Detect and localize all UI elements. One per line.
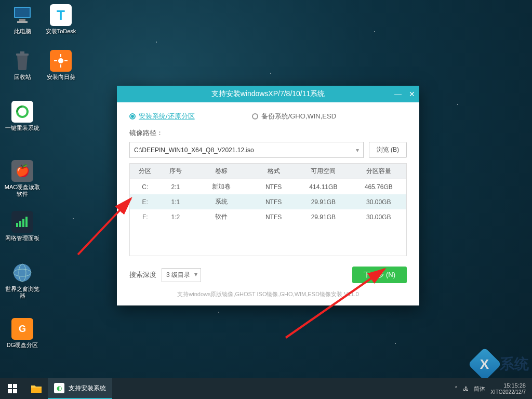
- svg-rect-7: [60, 54, 61, 57]
- todesk-icon: T: [50, 4, 72, 26]
- svg-rect-22: [8, 389, 12, 393]
- watermark-text: 系统: [500, 354, 529, 374]
- task-label: 支持安装系统: [69, 384, 106, 393]
- svg-rect-12: [19, 221, 21, 227]
- svg-rect-14: [25, 217, 28, 227]
- radio-dot-icon: [252, 113, 258, 119]
- radio-label: 安装系统/还原分区: [139, 112, 195, 121]
- desktop-icon-dg-partition[interactable]: G DG硬盘分区: [4, 318, 41, 349]
- desktop-icon-mac-disk[interactable]: 🍎 MAC硬盘读取软件: [4, 160, 41, 197]
- folder-icon: [31, 384, 42, 393]
- desktop-icon-label: 一键重装系统: [4, 125, 41, 131]
- chevron-down-icon[interactable]: ▾: [356, 147, 359, 154]
- dialog-footer-text: 支持windows原版镜像,GHOST ISO镜像,GHO,WIM,ESD镜像安…: [129, 290, 407, 298]
- sunflower-icon: [50, 50, 72, 72]
- svg-rect-13: [22, 219, 24, 227]
- svg-rect-9: [54, 60, 57, 61]
- start-button[interactable]: [0, 378, 25, 399]
- svg-rect-4: [16, 54, 29, 56]
- tray-chevron-up-icon[interactable]: ˄: [455, 385, 458, 392]
- desktop-icon-label: 回收站: [4, 74, 41, 81]
- svg-point-15: [14, 264, 31, 282]
- desktop-icon-todesk[interactable]: T 安装ToDesk: [43, 4, 79, 35]
- search-depth-select[interactable]: 3 级目录: [162, 268, 201, 282]
- disk-partition-icon: G: [11, 318, 33, 340]
- browse-button[interactable]: 浏览 (B): [369, 142, 407, 158]
- tray-ime[interactable]: 简体: [474, 385, 485, 393]
- desktop-icon-label: 安装向日葵: [43, 74, 79, 81]
- titlebar[interactable]: 支持安装windowsXP/7/8/10/11系统 — ✕: [117, 86, 419, 102]
- svg-rect-2: [19, 19, 25, 21]
- table-row[interactable]: E:1:1系统NTFS29.91GB30.00GB: [130, 194, 406, 209]
- col-partition: 分区: [130, 164, 161, 179]
- radio-install-restore[interactable]: 安装系统/还原分区: [129, 112, 195, 121]
- col-index: 序号: [161, 164, 191, 179]
- partition-table: 分区 序号 卷标 格式 可用空间 分区容量 C:2:1新加卷NTFS414.11…: [129, 163, 407, 256]
- globe-icon: [11, 262, 33, 284]
- reinstall-icon: [11, 101, 33, 123]
- table-row[interactable]: C:2:1新加卷NTFS414.11GB465.76GB: [130, 179, 406, 195]
- recycle-bin-icon: [11, 50, 33, 72]
- tray-network-icon[interactable]: 🖧: [463, 385, 469, 392]
- minimize-button[interactable]: —: [394, 90, 402, 98]
- col-capacity: 分区容量: [351, 164, 406, 179]
- desktop-icon-reinstall[interactable]: 一键重装系统: [4, 101, 41, 131]
- desktop-icon-label: DG硬盘分区: [4, 342, 41, 349]
- svg-rect-24: [31, 388, 42, 393]
- image-path-dropdown[interactable]: C:\DEEPIN_WIN10_X64_Q8_V2021.12.iso ▾: [129, 142, 364, 158]
- close-button[interactable]: ✕: [409, 90, 415, 98]
- dialog-title: 支持安装windowsXP/7/8/10/11系统: [211, 89, 325, 99]
- taskbar-file-explorer[interactable]: [25, 378, 48, 399]
- image-path-value: C:\DEEPIN_WIN10_X64_Q8_V2021.12.iso: [134, 147, 254, 154]
- apple-icon: 🍎: [11, 160, 33, 182]
- col-free: 可用空间: [296, 164, 351, 179]
- svg-rect-3: [17, 21, 28, 23]
- app-icon: ◐: [54, 383, 64, 393]
- radio-dot-icon: [129, 113, 136, 119]
- desktop-icon-this-pc[interactable]: 此电脑: [4, 4, 41, 35]
- radio-label: 备份系统/GHO,WIN,ESD: [261, 112, 336, 121]
- svg-point-6: [58, 58, 63, 63]
- svg-rect-8: [60, 64, 61, 68]
- taskbar-active-task[interactable]: ◐ 支持安装系统: [48, 378, 112, 399]
- tray-date[interactable]: XITO2022/12/7: [490, 389, 526, 395]
- image-path-label: 镜像路径：: [129, 128, 407, 138]
- install-dialog: 支持安装windowsXP/7/8/10/11系统 — ✕ 安装系统/还原分区 …: [117, 86, 419, 305]
- svg-rect-5: [20, 51, 24, 54]
- next-button[interactable]: 下一步 (N): [352, 267, 407, 283]
- desktop-icon-label: 安装ToDesk: [43, 28, 79, 35]
- system-tray: ˄ 🖧 简体 15:15:28 XITO2022/12/7: [455, 382, 532, 394]
- desktop-icon-label: MAC硬盘读取软件: [4, 184, 41, 197]
- radio-backup[interactable]: 备份系统/GHO,WIN,ESD: [252, 112, 336, 121]
- desktop-icon-sunflower[interactable]: 安装向日葵: [43, 50, 79, 81]
- taskbar: ◐ 支持安装系统 ˄ 🖧 简体 15:15:28 XITO2022/12/7: [0, 378, 532, 399]
- svg-rect-20: [8, 384, 12, 388]
- windows-icon: [8, 384, 17, 393]
- desktop-icon-label: 世界之窗浏览器: [4, 286, 41, 299]
- svg-rect-11: [16, 223, 18, 227]
- monitor-icon: [11, 4, 33, 26]
- network-icon: [11, 211, 33, 233]
- watermark-icon: X: [468, 347, 501, 381]
- desktop-icon-label: 网络管理面板: [4, 235, 41, 242]
- col-format: 格式: [251, 164, 296, 179]
- watermark: X 系统: [473, 352, 529, 376]
- col-volume: 卷标: [191, 164, 251, 179]
- desktop-icon-network-panel[interactable]: 网络管理面板: [4, 211, 41, 242]
- svg-rect-10: [64, 60, 68, 61]
- svg-rect-1: [15, 8, 30, 17]
- tray-time[interactable]: 15:15:28: [490, 382, 526, 389]
- svg-rect-23: [13, 389, 17, 393]
- table-header-row: 分区 序号 卷标 格式 可用空间 分区容量: [130, 164, 406, 179]
- desktop-icon-recycle-bin[interactable]: 回收站: [4, 50, 41, 81]
- svg-rect-21: [13, 384, 17, 388]
- desktop-icon-world-browser[interactable]: 世界之窗浏览器: [4, 262, 41, 299]
- table-row[interactable]: F:1:2软件NTFS29.91GB30.00GB: [130, 209, 406, 224]
- search-depth-label: 搜索深度: [129, 270, 156, 280]
- desktop-icon-label: 此电脑: [4, 28, 41, 35]
